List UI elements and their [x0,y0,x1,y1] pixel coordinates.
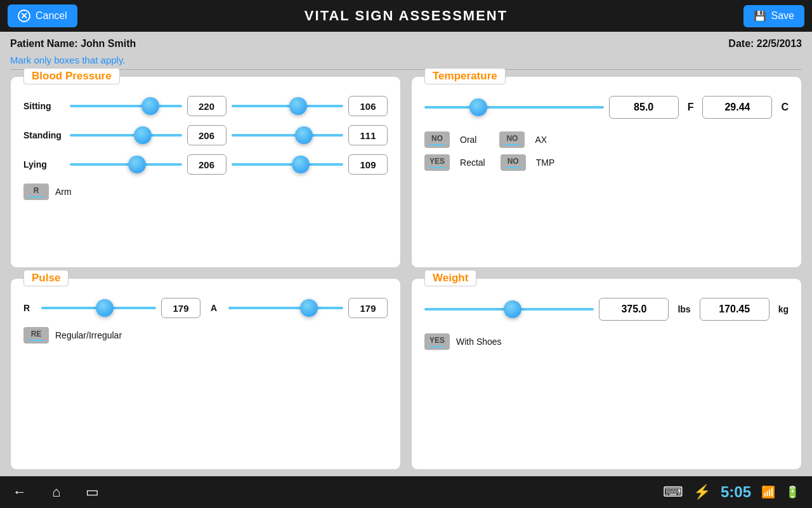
keyboard-icon: ⌨ [663,484,683,500]
temp-ax-label: AX [535,135,547,145]
temperature-body: 85.0 F 29.44 C NO Oral NO AX [424,96,789,171]
pulse-r-label: R [23,303,36,313]
weight-title: Weight [433,272,468,284]
temp-tmp-label: TMP [536,157,555,168]
bp-standing-slider2[interactable] [232,129,344,142]
weight-shoes-row: YES With Shoes [424,333,789,350]
bp-lying-slider1[interactable] [70,158,182,171]
weight-thumb[interactable] [504,300,521,318]
usb-icon: ⚡ [693,484,710,500]
bp-lying-row: Lying 206 109 [23,154,388,175]
blood-pressure-panel: Blood Pressure Sitting 220 [10,76,401,268]
pulse-a-label: A [211,303,223,313]
temp-options-row1: NO Oral NO AX [424,131,789,148]
weight-unit-kg: kg [778,304,789,314]
temp-thumb[interactable] [469,98,487,116]
pulse-re-toggle[interactable]: RE [23,327,49,344]
temp-value-c[interactable]: 29.44 [702,96,772,119]
bp-standing-row: Standing 206 111 [23,125,388,145]
bp-lying-slider2[interactable] [232,158,344,171]
weight-body: 375.0 lbs 170.45 kg YES With Shoes [424,298,789,350]
battery-icon: 🔋 [785,485,799,499]
pulse-r-thumb[interactable] [96,299,114,317]
bp-standing-label: Standing [23,130,65,140]
patient-bar: Patient Name: John Smith Date: 22/5/2013 [10,38,802,50]
weight-shoes-label: With Shoes [456,337,502,347]
bp-sitting-row: Sitting 220 106 [23,96,388,116]
bp-lying-label: Lying [23,159,65,170]
cancel-label: Cancel [36,10,67,22]
weight-unit-lbs: lbs [678,304,690,314]
pulse-r-slider[interactable] [41,302,156,314]
back-icon[interactable]: ← [13,484,27,500]
recent-icon[interactable]: ▭ [86,484,99,500]
bp-sitting-slider2[interactable] [232,100,344,112]
weight-value-kg[interactable]: 170.45 [700,298,769,321]
bp-lying-val2[interactable]: 109 [348,154,388,175]
bp-standing-val2[interactable]: 111 [348,125,388,145]
save-button[interactable]: 💾 Save [743,5,804,27]
bp-sitting-val1[interactable]: 220 [187,96,226,116]
content-area: Patient Name: John Smith Date: 22/5/2013… [0,32,812,476]
save-label: Save [771,10,794,22]
nav-right: ⌨ ⚡ 5:05 📶 🔋 [663,483,799,501]
bp-sitting-thumb1[interactable] [141,97,159,115]
temperature-title: Temperature [433,70,497,82]
weight-value-lbs[interactable]: 375.0 [599,298,669,321]
nav-left: ← ⌂ ▭ [13,484,99,500]
bp-standing-slider1[interactable] [70,129,182,142]
bp-sitting-val2[interactable]: 106 [348,96,388,116]
save-icon: 💾 [754,10,766,22]
bp-sitting-thumb2[interactable] [289,97,307,115]
temp-oral-toggle[interactable]: NO [424,131,450,148]
temp-slider[interactable] [424,101,604,114]
pulse-a-value[interactable]: 179 [348,298,388,318]
pulse-r-value[interactable]: 179 [161,298,200,318]
temp-oral-label: Oral [460,135,476,145]
weight-panel: Weight 375.0 lbs 170.45 k [411,278,802,470]
bp-standing-val1[interactable]: 206 [187,125,226,145]
temp-options-row2: YES Rectal NO TMP [424,154,789,171]
pulse-title-wrap: Pulse [23,270,69,286]
pulse-body: R 179 A 179 RE [23,298,388,344]
temp-rectal-label: Rectal [460,157,485,168]
bp-sitting-label: Sitting [23,101,65,111]
blood-pressure-title: Blood Pressure [32,70,112,82]
arm-toggle-button[interactable]: R [23,184,49,200]
pulse-re-row: RE Regular/Irregular [23,327,388,344]
patient-name: Patient Name: John Smith [10,38,136,50]
weight-shoes-toggle[interactable]: YES [424,333,450,350]
temp-ax-toggle[interactable]: NO [499,131,525,148]
temp-value-f[interactable]: 85.0 [609,96,679,119]
bp-sitting-slider1[interactable] [70,100,182,112]
cancel-icon: ✕ [18,10,30,22]
blood-pressure-body: Sitting 220 106 [23,96,388,200]
temp-slider-row: 85.0 F 29.44 C [424,96,789,119]
temperature-panel: Temperature 85.0 F 29.44 [411,76,802,268]
arm-label: Arm [55,187,72,197]
pulse-a-slider[interactable] [228,302,343,314]
cancel-button[interactable]: ✕ Cancel [8,4,77,27]
temp-tmp-toggle[interactable]: NO [501,154,526,171]
bp-lying-thumb1[interactable] [128,156,146,173]
bp-lying-thumb2[interactable] [292,156,310,173]
pulse-re-label: Regular/Irregular [55,330,122,340]
weight-slider-row: 375.0 lbs 170.45 kg [424,298,789,321]
home-icon[interactable]: ⌂ [52,484,60,500]
pulse-title: Pulse [32,272,60,284]
nav-bar: ← ⌂ ▭ ⌨ ⚡ 5:05 📶 🔋 [0,476,812,508]
pulse-a-thumb[interactable] [300,299,318,317]
page-title: VITAL SIGN ASSESSMENT [304,8,508,24]
temperature-title-wrap: Temperature [424,68,506,84]
temp-unit-f: F [688,102,694,113]
weight-slider[interactable] [424,303,594,316]
blood-pressure-title-wrap: Blood Pressure [23,68,120,84]
bp-standing-thumb1[interactable] [134,126,152,144]
bp-lying-val1[interactable]: 206 [187,154,226,175]
header: ✕ Cancel VITAL SIGN ASSESSMENT 💾 Save [0,0,812,32]
pulse-slider-row: R 179 A 179 [23,298,388,318]
bp-standing-thumb2[interactable] [295,126,313,144]
temp-rectal-toggle[interactable]: YES [424,154,450,171]
arm-row: R Arm [23,184,388,200]
panels-grid: Blood Pressure Sitting 220 [10,76,802,470]
